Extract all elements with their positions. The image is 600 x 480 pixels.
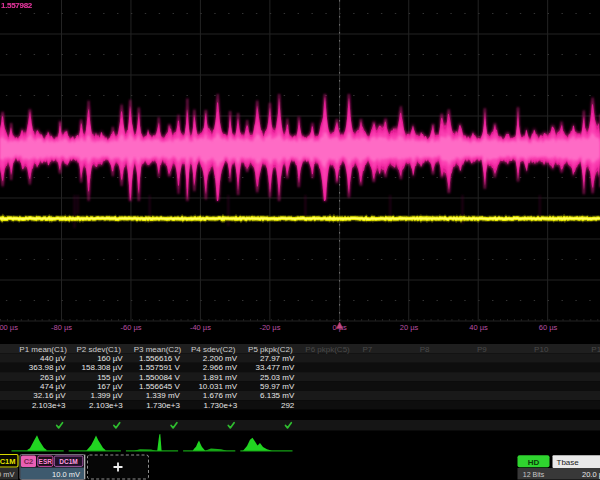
svg-text:DC1M: DC1M bbox=[59, 458, 77, 465]
svg-text:P8: P8 bbox=[420, 345, 430, 354]
svg-text:-20 µs: -20 µs bbox=[259, 323, 280, 332]
svg-text:25.03 mV: 25.03 mV bbox=[260, 373, 295, 382]
svg-text:P2 sdev(C1): P2 sdev(C1) bbox=[77, 345, 122, 354]
svg-text:33.477 mV: 33.477 mV bbox=[256, 363, 295, 372]
svg-text:-80 µs: -80 µs bbox=[51, 323, 72, 332]
svg-text:40 µs: 40 µs bbox=[469, 323, 488, 332]
svg-text:2.103e+3: 2.103e+3 bbox=[89, 401, 123, 410]
svg-text:P4 sdev(C2): P4 sdev(C2) bbox=[191, 345, 236, 354]
svg-text:155 µV: 155 µV bbox=[97, 373, 123, 382]
svg-text:1.891 mV: 1.891 mV bbox=[203, 373, 238, 382]
svg-text:27.97 mV: 27.97 mV bbox=[260, 354, 295, 363]
svg-text:363.98 µV: 363.98 µV bbox=[29, 363, 66, 372]
svg-text:P1 mean(C1): P1 mean(C1) bbox=[19, 345, 67, 354]
svg-text:20 µs: 20 µs bbox=[400, 323, 419, 332]
svg-text:440 µV: 440 µV bbox=[40, 354, 66, 363]
svg-text:263 µV: 263 µV bbox=[40, 373, 66, 382]
svg-text:12 Bits: 12 Bits bbox=[523, 471, 545, 478]
svg-text:1.556645 V: 1.556645 V bbox=[139, 382, 181, 391]
svg-text:HD: HD bbox=[528, 458, 540, 467]
svg-text:32.16 µV: 32.16 µV bbox=[33, 391, 66, 400]
svg-text:P3 mean(C2): P3 mean(C2) bbox=[134, 345, 182, 354]
svg-text:59.97 mV: 59.97 mV bbox=[260, 382, 295, 391]
svg-text:1.730e+3: 1.730e+3 bbox=[204, 401, 238, 410]
svg-text:10.031 mV: 10.031 mV bbox=[198, 382, 237, 391]
svg-text:474 µV: 474 µV bbox=[40, 382, 66, 391]
svg-text:P6 pkpk(C5): P6 pkpk(C5) bbox=[305, 345, 350, 354]
svg-text:158.308 µV: 158.308 µV bbox=[82, 363, 124, 372]
svg-text:1.556616 V: 1.556616 V bbox=[139, 354, 181, 363]
svg-text:C2: C2 bbox=[24, 457, 34, 466]
svg-text:-40 µs: -40 µs bbox=[190, 323, 211, 332]
svg-text:1.557982: 1.557982 bbox=[1, 1, 33, 10]
svg-text:1.730e+3: 1.730e+3 bbox=[146, 401, 180, 410]
svg-text:P9: P9 bbox=[477, 345, 487, 354]
svg-text:2.103e+3: 2.103e+3 bbox=[32, 401, 66, 410]
svg-text:167 µV: 167 µV bbox=[97, 382, 123, 391]
svg-text:-60 µs: -60 µs bbox=[121, 323, 142, 332]
svg-text:1.399 µV: 1.399 µV bbox=[91, 391, 124, 400]
svg-text:P5 pkpk(C2): P5 pkpk(C2) bbox=[248, 345, 293, 354]
svg-text:ESR: ESR bbox=[39, 458, 53, 465]
svg-text:1.557591 V: 1.557591 V bbox=[139, 363, 181, 372]
svg-text:10.0 mV: 10.0 mV bbox=[52, 470, 80, 479]
svg-text:1.339 mV: 1.339 mV bbox=[146, 391, 181, 400]
svg-text:1.550084 V: 1.550084 V bbox=[139, 373, 181, 382]
svg-text:P7: P7 bbox=[363, 345, 373, 354]
svg-text:P11: P11 bbox=[591, 345, 600, 354]
svg-text:BWL DC1M: BWL DC1M bbox=[0, 457, 16, 466]
svg-text:20.0 µs: 20.0 µs bbox=[582, 470, 600, 479]
svg-text:Tbase: Tbase bbox=[557, 458, 580, 467]
svg-text:0 mV: 0 mV bbox=[0, 470, 15, 479]
svg-text:1.676 mV: 1.676 mV bbox=[203, 391, 238, 400]
svg-text:-100 µs: -100 µs bbox=[0, 323, 18, 332]
svg-text:P10: P10 bbox=[534, 345, 549, 354]
svg-text:6.135 mV: 6.135 mV bbox=[260, 391, 295, 400]
svg-text:2.966 mV: 2.966 mV bbox=[203, 363, 238, 372]
svg-text:2.200 mV: 2.200 mV bbox=[203, 354, 238, 363]
svg-text:60 µs: 60 µs bbox=[539, 323, 558, 332]
svg-text:160 µV: 160 µV bbox=[97, 354, 123, 363]
svg-text:292: 292 bbox=[281, 401, 295, 410]
